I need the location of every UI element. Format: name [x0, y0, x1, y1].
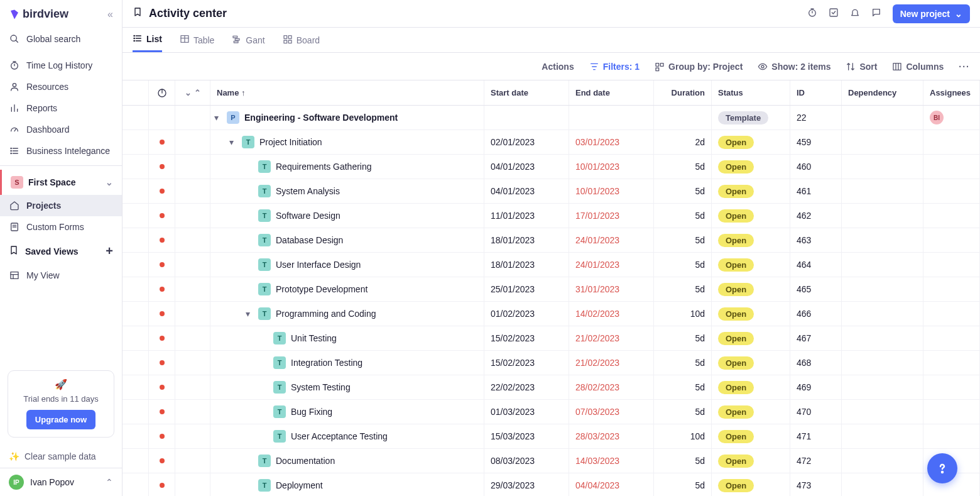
cell-name[interactable]: TUser Acceptance Testing — [210, 424, 484, 448]
cell-duration[interactable]: 5d — [654, 228, 712, 252]
cell-dependency[interactable] — [842, 302, 923, 326]
cell-assignees[interactable] — [923, 277, 980, 301]
cell-dependency[interactable] — [842, 473, 923, 496]
caret-down-icon[interactable]: ▾ — [246, 309, 253, 319]
cell-end[interactable]: 28/02/2023 — [569, 375, 654, 399]
col-power[interactable] — [149, 80, 175, 105]
cell-assignees[interactable] — [923, 400, 980, 424]
cell-priority[interactable] — [149, 351, 175, 375]
cell-priority[interactable] — [149, 106, 175, 130]
tab-board[interactable]: Board — [283, 28, 320, 52]
collapse-icon[interactable]: « — [107, 9, 113, 20]
actions-menu[interactable]: Actions — [542, 62, 574, 72]
cell-name[interactable]: TDatabase Design — [210, 228, 484, 252]
col-assignees[interactable]: Assignees — [923, 80, 980, 105]
cell-dependency[interactable] — [842, 326, 923, 350]
cell-name[interactable]: TSystem Testing — [210, 375, 484, 399]
cell-duration[interactable]: 5d — [654, 179, 712, 203]
cell-status[interactable]: Open — [712, 351, 790, 375]
cell-assignees[interactable] — [923, 375, 980, 399]
cell-end[interactable]: 04/04/2023 — [569, 473, 654, 496]
user-menu[interactable]: IP Ivan Popov ⌃ — [0, 468, 122, 496]
help-button[interactable] — [927, 453, 957, 483]
cell-name[interactable]: TPrototype Development — [210, 277, 484, 301]
cell-duration[interactable]: 5d — [654, 449, 712, 473]
cell-priority[interactable] — [149, 473, 175, 496]
group-by-button[interactable]: Group by: Project — [655, 62, 743, 72]
cell-assignees[interactable] — [923, 179, 980, 203]
cell-start[interactable]: 15/03/2023 — [484, 424, 569, 448]
cell-duration[interactable]: 10d — [654, 302, 712, 326]
space-selector[interactable]: S First Space ⌄ — [0, 170, 122, 195]
new-project-button[interactable]: New project ⌄ — [893, 4, 970, 23]
cell-priority[interactable] — [149, 253, 175, 277]
cell-priority[interactable] — [149, 130, 175, 154]
nav-stopwatch[interactable]: Time Log History — [0, 55, 122, 76]
cell-name[interactable]: ▾TProject Initiation — [210, 130, 484, 154]
cell-name[interactable]: TSoftware Design — [210, 204, 484, 228]
cell-status[interactable]: Open — [712, 473, 790, 496]
cell-dependency[interactable] — [842, 277, 923, 301]
cell-assignees[interactable] — [923, 204, 980, 228]
nav-user[interactable]: Resources — [0, 76, 122, 97]
cell-duration[interactable]: 5d — [654, 253, 712, 277]
table-row[interactable]: ▾PEngineering - Software Development Tem… — [122, 106, 980, 130]
col-id[interactable]: ID — [790, 80, 842, 105]
cell-priority[interactable] — [149, 179, 175, 203]
table-row[interactable]: TPrototype Development 25/01/2023 31/01/… — [122, 277, 980, 302]
cell-status[interactable]: Open — [712, 277, 790, 301]
cell-end[interactable] — [569, 106, 654, 130]
cell-dependency[interactable] — [842, 106, 923, 130]
col-duration[interactable]: Duration — [654, 80, 712, 105]
space-nav-form[interactable]: Custom Forms — [0, 216, 122, 238]
collapse-all-icon[interactable]: ⌄ — [185, 88, 192, 97]
nav-list[interactable]: Business Intelegance — [0, 140, 122, 162]
cell-start[interactable] — [484, 106, 569, 130]
cell-assignees[interactable] — [923, 253, 980, 277]
tab-gant[interactable]: Gant — [232, 28, 264, 52]
cell-duration[interactable]: 5d — [654, 375, 712, 399]
cell-dependency[interactable] — [842, 351, 923, 375]
col-start-date[interactable]: Start date — [484, 80, 569, 105]
cell-duration[interactable]: 2d — [654, 130, 712, 154]
caret-down-icon[interactable]: ▾ — [214, 113, 222, 123]
saved-view-item[interactable]: My View — [0, 265, 122, 286]
cell-dependency[interactable] — [842, 424, 923, 448]
cell-name[interactable]: TUser Interface Design — [210, 253, 484, 277]
cell-assignees[interactable] — [923, 130, 980, 154]
space-nav-home[interactable]: Projects — [0, 195, 122, 216]
cell-end[interactable]: 14/02/2023 — [569, 302, 654, 326]
col-status[interactable]: Status — [712, 80, 790, 105]
cell-priority[interactable] — [149, 449, 175, 473]
cell-name[interactable]: ▾TProgramming and Coding — [210, 302, 484, 326]
cell-name[interactable]: TDeployment — [210, 473, 484, 496]
cell-end[interactable]: 21/02/2023 — [569, 351, 654, 375]
cell-end[interactable]: 24/01/2023 — [569, 253, 654, 277]
cell-priority[interactable] — [149, 302, 175, 326]
cell-end[interactable]: 28/03/2023 — [569, 424, 654, 448]
cell-priority[interactable] — [149, 326, 175, 350]
cell-start[interactable]: 18/01/2023 — [484, 253, 569, 277]
cell-assignees[interactable] — [923, 302, 980, 326]
cell-end[interactable]: 31/01/2023 — [569, 277, 654, 301]
cell-status[interactable]: Open — [712, 375, 790, 399]
cell-duration[interactable]: 5d — [654, 351, 712, 375]
table-row[interactable]: TSoftware Design 11/01/2023 17/01/2023 5… — [122, 204, 980, 228]
cell-name[interactable]: TSystem Analysis — [210, 179, 484, 203]
cell-status[interactable]: Template — [712, 106, 790, 130]
cell-start[interactable]: 04/01/2023 — [484, 155, 569, 179]
table-row[interactable]: TUser Acceptance Testing 15/03/2023 28/0… — [122, 424, 980, 449]
cell-status[interactable]: Open — [712, 204, 790, 228]
cell-duration[interactable]: 5d — [654, 277, 712, 301]
cell-name[interactable]: TIntegration Testing — [210, 351, 484, 375]
cell-start[interactable]: 18/01/2023 — [484, 228, 569, 252]
cell-start[interactable]: 11/01/2023 — [484, 204, 569, 228]
cell-assignees[interactable] — [923, 326, 980, 350]
cell-status[interactable]: Open — [712, 400, 790, 424]
cell-duration[interactable]: 5d — [654, 326, 712, 350]
table-row[interactable]: TDocumentation 08/03/2023 14/03/2023 5d … — [122, 449, 980, 473]
upgrade-button[interactable]: Upgrade now — [26, 410, 95, 429]
show-button[interactable]: Show: 2 items — [758, 62, 830, 72]
cell-start[interactable]: 29/03/2023 — [484, 473, 569, 496]
caret-down-icon[interactable]: ▾ — [229, 137, 237, 147]
